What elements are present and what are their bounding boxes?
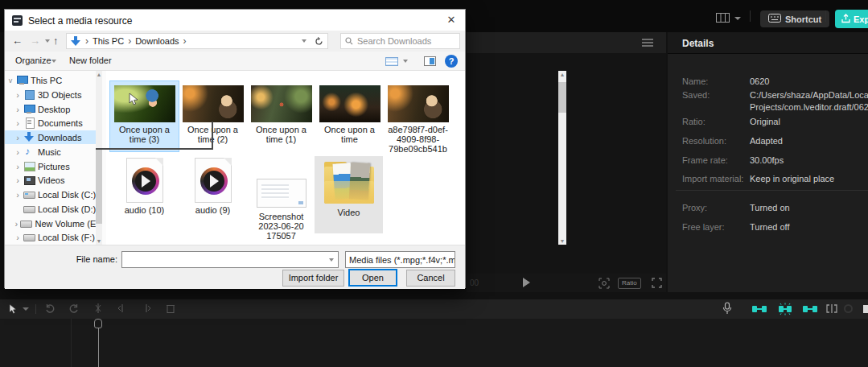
file-tile-video[interactable]: Once upon a time: [315, 81, 384, 144]
layout-switcher-icon[interactable]: [716, 13, 730, 23]
player-menu-icon[interactable]: [642, 39, 653, 47]
search-box[interactable]: [340, 33, 460, 49]
tree-item-music[interactable]: Music: [5, 145, 101, 159]
tree-item-documents[interactable]: Documents: [5, 116, 101, 130]
chevron-open-icon[interactable]: [7, 76, 14, 85]
split-icon[interactable]: [93, 303, 104, 314]
tree-item-local-disk-f[interactable]: Local Disk (F:): [5, 230, 101, 244]
detail-import-label: Import material:: [682, 174, 743, 184]
tree-item-new-volume-e[interactable]: New Volume (E:): [5, 216, 101, 230]
search-input[interactable]: [357, 36, 446, 46]
help-icon[interactable]: [445, 55, 458, 68]
file-list[interactable]: Once upon a time (3) Once upon a time (2…: [106, 71, 457, 245]
tree-item-downloads[interactable]: Downloads: [5, 130, 101, 144]
detail-freelayer-value: Turned off: [750, 222, 790, 232]
record-voiceover-icon[interactable]: [722, 302, 732, 315]
file-name-label: File name:: [51, 254, 117, 264]
redo-icon[interactable]: [68, 303, 80, 314]
file-list-scrollbar-thumb[interactable]: [558, 82, 566, 113]
file-tile-video[interactable]: a8e798f7-d0ef-4909-8f98-79be09cb541b: [384, 81, 452, 154]
zoom-out-icon[interactable]: [844, 304, 853, 313]
delete-icon[interactable]: [165, 303, 176, 314]
tree-scrollbar-thumb[interactable]: [96, 150, 102, 224]
refresh-button[interactable]: [310, 33, 328, 49]
track-start-line: [71, 319, 72, 367]
open-button[interactable]: Open: [348, 269, 397, 287]
back-button[interactable]: [12, 35, 23, 47]
ratio-button[interactable]: Ratio: [618, 278, 641, 289]
preview-pane-icon[interactable]: [424, 56, 436, 66]
chevron-closed-icon[interactable]: [14, 133, 21, 142]
chevron-closed-icon[interactable]: [14, 105, 21, 114]
tree-item-videos[interactable]: Videos: [5, 173, 101, 187]
scroll-down-icon[interactable]: ▼: [96, 237, 102, 245]
detail-ratio-label: Ratio:: [682, 117, 706, 126]
shortcut-button[interactable]: Shortcut: [760, 10, 829, 27]
chevron-closed-icon[interactable]: [14, 175, 21, 185]
timeline-toolbar: [0, 299, 868, 319]
fullscreen-icon[interactable]: [652, 278, 662, 288]
auto-snap-icon[interactable]: [777, 303, 793, 315]
file-tile-video[interactable]: Once upon a time (3): [110, 81, 179, 151]
chevron-closed-icon[interactable]: [14, 162, 21, 171]
tree-item-local-disk-c[interactable]: Local Disk (C:): [5, 188, 101, 201]
change-view-chevron-icon[interactable]: [403, 60, 408, 63]
undo-icon[interactable]: [44, 303, 56, 314]
cancel-button[interactable]: Cancel: [406, 270, 455, 287]
up-button[interactable]: [53, 35, 59, 47]
select-tool-icon[interactable]: [8, 303, 18, 315]
file-tile-folder[interactable]: Video: [315, 156, 383, 233]
chevron-closed-icon[interactable]: [14, 90, 21, 100]
file-name-chevron-icon[interactable]: [329, 258, 334, 262]
file-name-input[interactable]: [122, 253, 329, 266]
preview-axis-icon[interactable]: [825, 303, 838, 314]
address-bar[interactable]: This PC Downloads: [66, 33, 311, 49]
playhead-handle[interactable]: [94, 319, 102, 328]
import-folder-button[interactable]: Import folder: [282, 270, 344, 287]
breadcrumb-this-pc[interactable]: This PC: [93, 36, 124, 46]
breadcrumb-downloads[interactable]: Downloads: [135, 36, 179, 46]
scroll-down-icon[interactable]: ▼: [559, 237, 566, 245]
file-tile-audio[interactable]: audio (9): [179, 158, 247, 215]
focus-frame-icon[interactable]: [599, 278, 610, 289]
play-button[interactable]: [523, 278, 530, 287]
chevron-closed-icon[interactable]: [14, 147, 21, 157]
timeline[interactable]: [0, 319, 868, 367]
chevron-closed-icon[interactable]: [14, 190, 21, 200]
organize-button[interactable]: Organize: [15, 56, 51, 65]
change-view-icon[interactable]: [385, 57, 398, 66]
tree-item-desktop[interactable]: Desktop: [5, 102, 101, 116]
file-tile-image[interactable]: Screenshot 2023-06-20 175057: [247, 158, 315, 241]
file-tile-video[interactable]: Once upon a time (1): [247, 81, 315, 144]
recent-locations-chevron-icon[interactable]: [45, 39, 50, 43]
tree-item-3d-objects[interactable]: 3D Objects: [5, 88, 101, 101]
scroll-up-icon[interactable]: ▲: [559, 71, 566, 78]
select-tool-chevron-icon[interactable]: [23, 307, 29, 311]
desktop-icon: [23, 104, 35, 114]
layout-switcher-chevron-icon[interactable]: [734, 17, 741, 20]
player-viewport[interactable]: [467, 53, 666, 274]
address-dropdown-chevron-icon[interactable]: [302, 39, 306, 43]
breadcrumb-separator-icon: [127, 35, 132, 47]
delete-right-icon[interactable]: [141, 303, 152, 314]
chevron-closed-icon[interactable]: [14, 118, 21, 128]
new-folder-button[interactable]: New folder: [69, 56, 112, 65]
tree-item-local-disk-d[interactable]: Local Disk (D:): [5, 202, 101, 216]
file-name-combobox[interactable]: [121, 251, 339, 268]
close-icon[interactable]: [444, 13, 459, 27]
tree-item-pictures[interactable]: Pictures: [5, 159, 101, 173]
file-type-combobox[interactable]: Media files (*.mpg;*.f4v;*.mov;: [345, 251, 455, 268]
magnetic-snap-icon[interactable]: [752, 304, 767, 314]
chevron-closed-icon[interactable]: [14, 233, 21, 242]
tree-item-this-pc[interactable]: This PC: [5, 73, 101, 87]
scroll-up-icon[interactable]: ▲: [96, 71, 102, 78]
zoom-slider-handle[interactable]: [863, 305, 868, 313]
dialog-titlebar[interactable]: Select a media resource: [5, 10, 465, 31]
delete-left-icon[interactable]: [117, 303, 128, 314]
file-name: Screenshot 2023-06-20 175057: [247, 212, 315, 241]
linkage-icon[interactable]: [803, 304, 817, 314]
forward-button[interactable]: [30, 35, 40, 47]
chevron-closed-icon[interactable]: [14, 219, 18, 229]
file-tile-audio[interactable]: audio (10): [110, 158, 179, 215]
export-button[interactable]: Export: [835, 10, 868, 28]
